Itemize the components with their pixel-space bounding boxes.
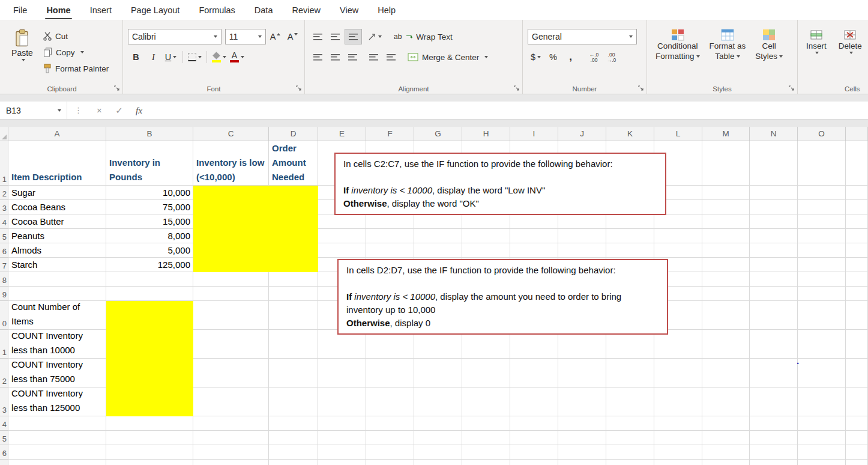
- column-header-L[interactable]: L: [654, 127, 702, 141]
- grid-cell[interactable]: [193, 431, 269, 445]
- column-header-C[interactable]: C: [193, 127, 269, 141]
- grid-cell[interactable]: [750, 200, 798, 214]
- grid-cell[interactable]: [606, 214, 654, 229]
- grid-cell[interactable]: [846, 287, 868, 301]
- cell-a6[interactable]: Almods: [8, 243, 106, 258]
- accounting-format-button[interactable]: $: [528, 50, 544, 64]
- menu-tab-insert[interactable]: Insert: [80, 0, 121, 20]
- grid-cell[interactable]: [414, 388, 462, 416]
- grid-cell[interactable]: [414, 431, 462, 445]
- grid-cell[interactable]: [654, 460, 702, 465]
- borders-button[interactable]: [187, 50, 203, 64]
- cell-a7[interactable]: Starch: [8, 258, 106, 272]
- grid-cell[interactable]: [798, 186, 846, 200]
- decrease-indent-button[interactable]: [366, 50, 382, 64]
- select-all-corner[interactable]: [0, 127, 8, 141]
- grid-cell[interactable]: [846, 431, 868, 445]
- grid-cell[interactable]: [269, 359, 318, 388]
- grid-cell[interactable]: [318, 431, 366, 445]
- menu-tab-data[interactable]: Data: [245, 0, 283, 20]
- grid-cell[interactable]: [510, 229, 558, 243]
- font-color-button[interactable]: A: [229, 50, 246, 64]
- grid-cell[interactable]: [846, 214, 868, 229]
- grid-cell[interactable]: [318, 388, 366, 416]
- paste-button[interactable]: Paste: [6, 29, 38, 61]
- menu-tab-formulas[interactable]: Formulas: [189, 0, 244, 20]
- row-header-14[interactable]: 4: [0, 416, 8, 431]
- fill-color-button[interactable]: [211, 50, 228, 64]
- grid-cell[interactable]: [750, 359, 798, 388]
- grid-cell[interactable]: [269, 460, 318, 465]
- column-header-partial[interactable]: [846, 127, 868, 141]
- grid-cell[interactable]: [558, 243, 606, 258]
- grid-cell[interactable]: [462, 229, 510, 243]
- column-header-I[interactable]: I: [510, 127, 558, 141]
- row-header-10[interactable]: 0: [0, 301, 8, 330]
- grid-cell[interactable]: [846, 243, 868, 258]
- grid-cell[interactable]: [846, 416, 868, 431]
- conditional-formatting-button[interactable]: Conditional Formatting: [652, 29, 704, 61]
- clipboard-dialog-launcher-icon[interactable]: [114, 85, 120, 91]
- row-header-4[interactable]: 4: [0, 214, 8, 229]
- grid-cell[interactable]: [193, 460, 269, 465]
- comma-style-button[interactable]: ,: [562, 50, 579, 64]
- grid-cell[interactable]: [510, 359, 558, 388]
- number-dialog-launcher-icon[interactable]: [638, 85, 644, 91]
- grid-cell[interactable]: [798, 416, 846, 431]
- grid-cell[interactable]: [414, 445, 462, 460]
- menu-tab-review[interactable]: Review: [282, 0, 330, 20]
- grid-cell[interactable]: [414, 416, 462, 431]
- menu-tab-page-layout[interactable]: Page Layout: [121, 0, 189, 20]
- decrease-decimal-button[interactable]: .00 →.0: [603, 50, 619, 64]
- column-header-N[interactable]: N: [750, 127, 798, 141]
- cell-b4[interactable]: 15,000: [106, 214, 193, 229]
- grid-cell[interactable]: [750, 287, 798, 301]
- grid-cell[interactable]: [654, 445, 702, 460]
- formula-input[interactable]: [149, 102, 868, 119]
- number-format-select[interactable]: General: [528, 29, 637, 44]
- grid-cell[interactable]: [558, 229, 606, 243]
- grid-cell[interactable]: [654, 214, 702, 229]
- row-header-12[interactable]: 2: [0, 359, 8, 388]
- align-right-button[interactable]: [345, 50, 361, 64]
- row-header-9[interactable]: 9: [0, 287, 8, 301]
- increase-indent-button[interactable]: [383, 50, 399, 64]
- grid-cell[interactable]: [366, 431, 414, 445]
- row-header-13[interactable]: 3: [0, 388, 8, 416]
- row-header-6[interactable]: 6: [0, 243, 8, 258]
- cancel-icon[interactable]: ×: [89, 105, 109, 115]
- grid-cell[interactable]: [750, 141, 798, 186]
- grid-cell[interactable]: [654, 416, 702, 431]
- grid-cell[interactable]: [798, 258, 846, 272]
- grid-cell[interactable]: [318, 416, 366, 431]
- cell-d1[interactable]: Order Amount Needed: [269, 141, 318, 186]
- grid-cell[interactable]: [462, 460, 510, 465]
- enter-icon[interactable]: ✓: [109, 105, 129, 116]
- grid-cell[interactable]: [366, 388, 414, 416]
- grid-cell[interactable]: [798, 330, 846, 359]
- column-header-H[interactable]: H: [462, 127, 510, 141]
- grid-cell[interactable]: [269, 416, 318, 431]
- grid-cell[interactable]: [798, 388, 846, 416]
- cell-a10[interactable]: Count Number of Items: [8, 301, 106, 330]
- grid-cell[interactable]: [654, 431, 702, 445]
- grid-cell[interactable]: [558, 445, 606, 460]
- grid-cell[interactable]: [702, 460, 750, 465]
- grid-cell[interactable]: [193, 301, 269, 330]
- grid-cell[interactable]: [414, 214, 462, 229]
- font-dialog-launcher-icon[interactable]: [296, 85, 302, 91]
- row-header-7[interactable]: 7: [0, 258, 8, 272]
- grid-cell[interactable]: [106, 460, 193, 465]
- column-header-B[interactable]: B: [106, 127, 193, 141]
- grid-cell[interactable]: [606, 243, 654, 258]
- grid-cell[interactable]: [846, 141, 868, 186]
- grid-cell[interactable]: [414, 243, 462, 258]
- grid-cell[interactable]: [366, 445, 414, 460]
- grid-cell[interactable]: [846, 186, 868, 200]
- column-header-G[interactable]: G: [414, 127, 462, 141]
- format-as-table-button[interactable]: Format as Table: [706, 29, 750, 61]
- column-header-K[interactable]: K: [606, 127, 654, 141]
- font-size-select[interactable]: 11: [225, 29, 266, 44]
- grid-cell[interactable]: [8, 287, 106, 301]
- grid-cell[interactable]: [846, 330, 868, 359]
